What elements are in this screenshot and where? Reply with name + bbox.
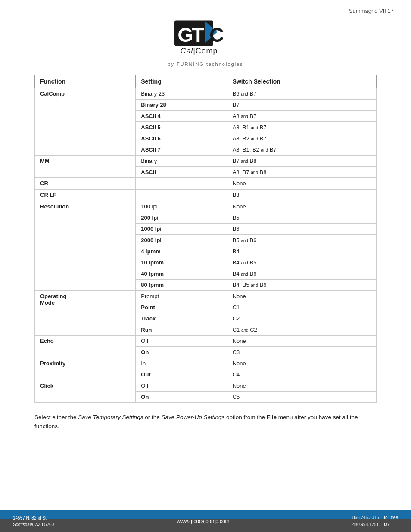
cell-switch: B6 (227, 224, 376, 235)
table-row: ClickOffNone (35, 380, 377, 392)
cell-switch: B6 and B7 (227, 88, 376, 100)
cell-switch: A8, B1 and B7 (227, 122, 376, 133)
cell-switch: A8, B1, B2 and B7 (227, 144, 376, 156)
footer-address: 14557 N. 82nd St. Scottsdale, AZ 85260 (13, 515, 54, 528)
cell-switch: C2 (227, 313, 376, 324)
cell-switch: C3 (227, 347, 376, 358)
cell-setting: ASCII 5 (136, 122, 227, 133)
cell-setting: 1000 lpi (136, 224, 227, 235)
cell-switch: None (227, 380, 376, 392)
cell-switch: B3 (227, 190, 376, 201)
table-row: CR—None (35, 178, 377, 190)
cell-setting: — (136, 178, 227, 190)
cell-switch: A8, B2 and B7 (227, 133, 376, 144)
para-text-1: Select either the (34, 414, 78, 420)
footer-contact: 866.746.3015 toll free 480.998.1751 fax (352, 514, 398, 528)
cell-function: CR LF (35, 190, 136, 201)
table-row: ProximityInNone (35, 358, 377, 369)
cell-setting: Binary 23 (136, 88, 227, 100)
col-switch: Switch Selection (227, 75, 376, 88)
footer-bar: 14557 N. 82nd St. Scottsdale, AZ 85260 w… (0, 510, 411, 532)
svg-text:C: C (209, 24, 224, 46)
cell-switch: B5 and B6 (227, 235, 376, 246)
table-row: Resolution100 lpiNone (35, 201, 377, 212)
footer-fax-number: 480.998.1751 (352, 522, 379, 527)
table-row: CalCompBinary 23B6 and B7 (35, 88, 377, 100)
cell-switch: B7 (227, 100, 376, 111)
footer-phone-label: toll free (384, 514, 398, 521)
footer-website: www.gtcocalcomp.com (177, 518, 230, 524)
cell-function: CalComp (35, 88, 136, 156)
cell-setting: Off (136, 336, 227, 347)
table-row: EchoOffNone (35, 336, 377, 347)
cell-function: Click (35, 380, 136, 403)
cell-setting: ASCII 4 (136, 111, 227, 122)
para-bold: File (267, 414, 277, 420)
footer-paragraph: Select either the Save Temporary Setting… (34, 413, 377, 431)
cell-setting: ASCII 7 (136, 144, 227, 156)
cell-setting: On (136, 347, 227, 358)
cell-setting: On (136, 392, 227, 403)
cell-setting: Point (136, 302, 227, 313)
svg-text:Cal|Comp: Cal|Comp (181, 47, 218, 55)
cell-switch: C1 and C2 (227, 324, 376, 336)
cell-setting: Off (136, 380, 227, 392)
cell-setting: 2000 lpi (136, 235, 227, 246)
cell-setting: — (136, 190, 227, 201)
table-row: OperatingModePromptNone (35, 291, 377, 302)
footer-website-text: www.gtcocalcomp.com (177, 518, 230, 524)
para-italic-2: Save Power-Up Settings (161, 414, 224, 420)
cell-setting: Out (136, 369, 227, 380)
cell-setting: Binary 28 (136, 100, 227, 111)
cell-setting: 10 lpmm (136, 257, 227, 268)
main-content: Function Setting Switch Selection CalCom… (0, 75, 411, 479)
col-setting: Setting (136, 75, 227, 88)
cell-setting: Prompt (136, 291, 227, 302)
logo-image: G T C Cal|Comp (167, 19, 244, 57)
footer-phone: 866.746.3015 (352, 514, 379, 521)
cell-setting: Binary (136, 156, 227, 167)
cell-switch: A8 and B7 (227, 111, 376, 122)
cell-function: CR (35, 178, 136, 190)
logo-subtitle: by TURNING technologies (158, 59, 253, 67)
para-italic-1: Save Temporary Settings (78, 414, 143, 420)
col-function: Function (35, 75, 136, 88)
cell-switch: B4 and B6 (227, 268, 376, 280)
cell-switch: C5 (227, 392, 376, 403)
cell-switch: B7 and B8 (227, 156, 376, 167)
cell-switch: None (227, 201, 376, 212)
cell-switch: C1 (227, 302, 376, 313)
svg-text:G: G (177, 24, 193, 46)
footer-fax: 480.998.1751 (352, 521, 379, 528)
cell-switch: B4 (227, 246, 376, 257)
page-title: Summagrid VII 17 (349, 8, 394, 14)
footer-address-line1: 14557 N. 82nd St. (13, 515, 54, 521)
cell-switch: A8, B7 and B8 (227, 167, 376, 178)
footer-phone-number: 866.746.3015 (352, 515, 379, 520)
cell-function: OperatingMode (35, 291, 136, 336)
cell-switch: B4, B5 and B6 (227, 280, 376, 291)
footer-address-line2: Scottsdale, AZ 85260 (13, 521, 54, 528)
cell-switch: None (227, 178, 376, 190)
table-row: MMBinaryB7 and B8 (35, 156, 377, 167)
cell-function: Resolution (35, 201, 136, 291)
page-header: Summagrid VII 17 (0, 0, 411, 14)
para-text-3: option from the (224, 414, 267, 420)
cell-setting: 100 lpi (136, 201, 227, 212)
cell-switch: None (227, 336, 376, 347)
table-row: CR LF—B3 (35, 190, 377, 201)
cell-function: MM (35, 156, 136, 178)
cell-switch: None (227, 291, 376, 302)
logo-area: G T C Cal|Comp by TURNING technologies (0, 19, 411, 67)
cell-setting: ASCII 6 (136, 133, 227, 144)
para-text-2: or the (143, 414, 161, 420)
cell-setting: 80 lpmm (136, 280, 227, 291)
svg-text:T: T (192, 24, 205, 46)
cell-switch: B5 (227, 212, 376, 224)
cell-switch: C4 (227, 369, 376, 380)
cell-setting: Run (136, 324, 227, 336)
cell-setting: In (136, 358, 227, 369)
cell-switch: B4 and B5 (227, 257, 376, 268)
cell-setting: 200 lpi (136, 212, 227, 224)
cell-function: Echo (35, 336, 136, 358)
